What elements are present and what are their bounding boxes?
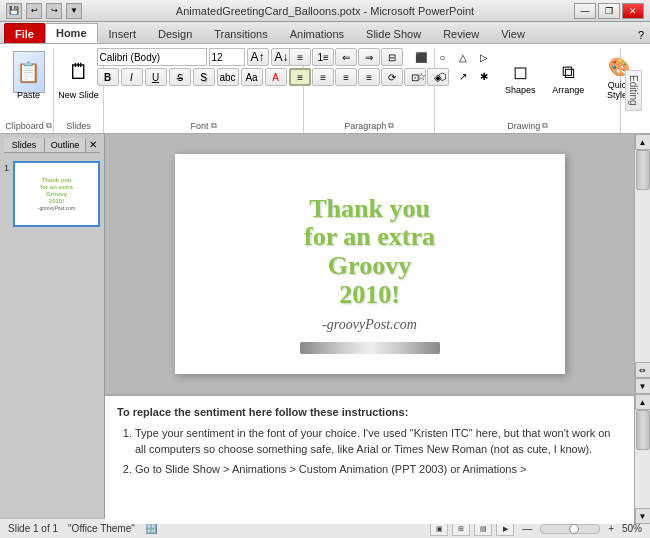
shadow-button[interactable]: S <box>193 68 215 86</box>
list-buttons: ≡ 1≡ ⇐ ⇒ ⊟ <box>289 48 403 66</box>
drawing-label: Drawing ⧉ <box>507 121 548 133</box>
status-left: Slide 1 of 1 "Office Theme" 🔡 <box>8 523 157 534</box>
align-center-button[interactable]: ≡ <box>312 68 334 86</box>
expand-button[interactable]: ⇔ <box>635 362 651 378</box>
arrange-icon: ⧉ <box>562 62 575 83</box>
bold-button[interactable]: B <box>97 68 119 86</box>
paragraph-label: Paragraph ⧉ <box>344 121 394 133</box>
notes-scroll-down[interactable]: ▼ <box>635 508 651 524</box>
tab-file[interactable]: File <box>4 23 45 43</box>
tab-insert[interactable]: Insert <box>98 23 148 43</box>
decrease-indent-button[interactable]: ⇐ <box>335 48 357 66</box>
tab-animations[interactable]: Animations <box>279 23 355 43</box>
minimize-button[interactable]: — <box>574 3 596 19</box>
slide-signature: -groovyPost.com <box>322 317 417 333</box>
shape-cell[interactable]: ⬡ <box>432 67 452 85</box>
italic-button[interactable]: I <box>121 68 143 86</box>
slide-text: Thank you for an extra Groovy 2010! <box>304 195 435 309</box>
numbering-button[interactable]: 1≡ <box>312 48 334 66</box>
scroll-down-arrow[interactable]: ▼ <box>635 378 651 394</box>
tab-slideshow[interactable]: Slide Show <box>355 23 432 43</box>
save-icon[interactable]: 💾 <box>6 3 22 19</box>
shape-cell[interactable]: ☆ <box>411 67 431 85</box>
tab-transitions[interactable]: Transitions <box>203 23 278 43</box>
canvas-and-scrollbar: Thank you for an extra Groovy 2010! -gro… <box>105 134 650 394</box>
shape-cell[interactable]: ↗ <box>453 67 473 85</box>
shape-cell[interactable]: ⬛ <box>411 48 431 66</box>
justify-button[interactable]: ≡ <box>358 68 380 86</box>
slide-number-label: 1 <box>4 163 9 173</box>
font-color-button[interactable]: A <box>265 68 287 86</box>
strikethrough-button[interactable]: S̶ <box>169 68 191 86</box>
case-button[interactable]: Aa <box>241 68 263 86</box>
font-name-input[interactable] <box>97 48 207 66</box>
ribbon-group-drawing: ⬛ ○ △ ▷ ☆ ⬡ ↗ ✱ ◻ Shapes ⧉ <box>435 48 621 133</box>
scroll-up-arrow[interactable]: ▲ <box>635 134 651 150</box>
underline-button[interactable]: U <box>145 68 167 86</box>
panel-tabs: Slides Outline ✕ <box>4 138 100 153</box>
clipboard-dialog-icon[interactable]: ⧉ <box>46 121 52 131</box>
undo-icon[interactable]: ↩ <box>26 3 42 19</box>
paragraph-dialog-icon[interactable]: ⧉ <box>388 121 394 131</box>
zoom-minus[interactable]: — <box>522 523 532 534</box>
font-format-row: B I U S̶ S abc Aa A ✦ <box>97 68 311 86</box>
shape-cell[interactable]: ▷ <box>474 48 494 66</box>
increase-indent-button[interactable]: ⇒ <box>358 48 380 66</box>
tab-review[interactable]: Review <box>432 23 490 43</box>
slide-canvas: Thank you for an extra Groovy 2010! -gro… <box>105 134 634 394</box>
thumb-content: Thank youfor an extraGroovy2010! -groovy… <box>34 173 80 216</box>
shape-cell[interactable]: ✱ <box>474 67 494 85</box>
notes-scrollbar[interactable]: ▲ ▼ <box>634 394 650 524</box>
customize-icon[interactable]: ▼ <box>66 3 82 19</box>
scroll-thumb[interactable] <box>636 150 650 190</box>
slides-label: Slides <box>66 121 91 133</box>
tab-view[interactable]: View <box>490 23 536 43</box>
close-button[interactable]: ✕ <box>622 3 644 19</box>
vertical-scrollbar[interactable]: ▲ ⇔ ▼ <box>634 134 650 394</box>
title-bar: 💾 ↩ ↪ ▼ AnimatedGreetingCard_Balloons.po… <box>0 0 650 22</box>
font-dialog-icon[interactable]: ⧉ <box>211 121 217 131</box>
bullets-button[interactable]: ≡ <box>289 48 311 66</box>
spacing-button[interactable]: abc <box>217 68 239 86</box>
ribbon-tabs: File Home Insert Design Transitions Anim… <box>0 22 650 44</box>
zoom-slider[interactable] <box>540 524 600 534</box>
zoom-level: 50% <box>622 523 642 534</box>
slide-content[interactable]: Thank you for an extra Groovy 2010! -gro… <box>175 154 565 374</box>
panel-close-button[interactable]: ✕ <box>86 138 100 152</box>
slide-panel: Slides Outline ✕ 1 Thank youfor an extra… <box>0 134 105 518</box>
editing-group: Editing <box>621 48 646 133</box>
ribbon: 📋 Paste Clipboard ⧉ 🗒 New Slide Slides <box>0 44 650 134</box>
slide-thumbnail[interactable]: Thank youfor an extraGroovy2010! -groovy… <box>13 161 100 227</box>
new-slide-button[interactable]: 🗒 New Slide <box>57 48 101 108</box>
new-slide-icon: 🗒 <box>63 56 95 88</box>
shapes-icon: ◻ <box>513 61 528 83</box>
font-selectors: A↑ A↓ <box>97 48 293 66</box>
redo-icon[interactable]: ↪ <box>46 3 62 19</box>
tab-slides[interactable]: Slides <box>4 138 45 152</box>
align-right-button[interactable]: ≡ <box>335 68 357 86</box>
window-title: AnimatedGreetingCard_Balloons.potx - Mic… <box>0 5 650 17</box>
shapes-button[interactable]: ◻ Shapes <box>498 48 542 108</box>
drawing-dialog-icon[interactable]: ⧉ <box>542 121 548 131</box>
zoom-plus[interactable]: + <box>608 523 614 534</box>
increase-font-button[interactable]: A↑ <box>247 48 269 66</box>
notes-scroll-thumb[interactable] <box>636 410 650 450</box>
ribbon-group-font: A↑ A↓ B I U S̶ S abc Aa A ✦ Font ⧉ <box>104 48 304 133</box>
notes-scroll-up[interactable]: ▲ <box>635 394 651 410</box>
tab-design[interactable]: Design <box>147 23 203 43</box>
notes-area: To replace the sentiment here follow the… <box>105 394 634 524</box>
restore-button[interactable]: ❐ <box>598 3 620 19</box>
columns-button[interactable]: ⊟ <box>381 48 403 66</box>
tab-home[interactable]: Home <box>45 23 98 43</box>
paste-button[interactable]: 📋 Paste <box>7 48 51 108</box>
notes-item-1: Type your sentiment in the font of your … <box>135 425 622 458</box>
slide-pen-decoration <box>300 342 440 354</box>
help-icon[interactable]: ? <box>632 27 650 43</box>
align-left-button[interactable]: ≡ <box>289 68 311 86</box>
text-direction-button[interactable]: ⟳ <box>381 68 403 86</box>
font-size-input[interactable] <box>209 48 245 66</box>
tab-outline[interactable]: Outline <box>45 138 86 152</box>
arrange-button[interactable]: ⧉ Arrange <box>546 48 590 108</box>
shape-cell[interactable]: ○ <box>432 48 452 66</box>
shape-cell[interactable]: △ <box>453 48 473 66</box>
